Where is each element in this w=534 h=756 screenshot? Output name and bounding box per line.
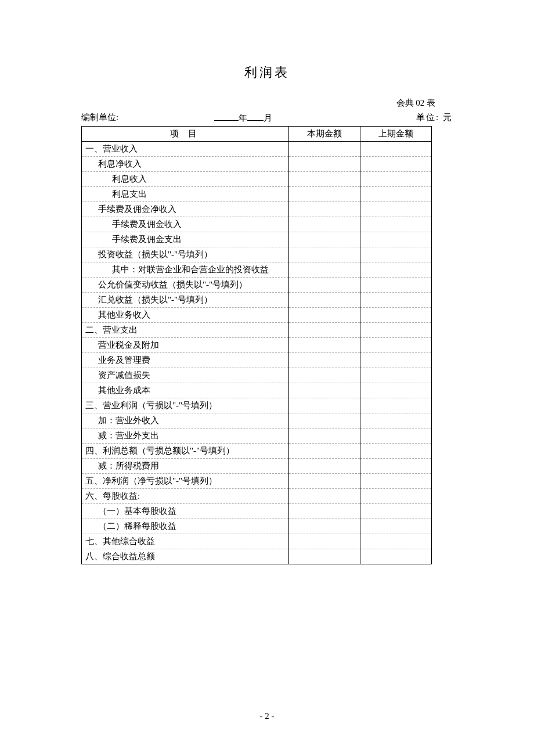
item-cell: （一）基本每股收益 <box>82 504 289 519</box>
prior-amount-cell <box>360 368 432 383</box>
prior-amount-cell <box>360 353 432 368</box>
table-row: 手续费及佣金收入 <box>82 217 432 232</box>
prior-amount-cell <box>360 549 432 564</box>
month-suffix: 月 <box>264 113 272 123</box>
item-cell: 四、利润总额（亏损总额以"-"号填列） <box>82 444 289 459</box>
table-row: 手续费及佣金净收入 <box>82 202 432 217</box>
item-cell: 公允价值变动收益（损失以"-"号填列） <box>82 278 289 293</box>
prior-amount-cell <box>360 172 432 187</box>
prior-amount-cell <box>360 398 432 413</box>
current-amount-cell <box>289 247 360 262</box>
income-statement-table: 项 目 本期金额 上期金额 一、营业收入利息净收入利息收入利息支出手续费及佣金净… <box>81 126 432 564</box>
current-amount-cell <box>289 323 360 338</box>
item-cell: 加：营业外收入 <box>82 413 289 429</box>
current-amount-cell <box>289 519 360 534</box>
table-header-row: 项 目 本期金额 上期金额 <box>82 127 432 142</box>
table-row: 业务及管理费 <box>82 353 432 368</box>
form-code: 会典 02 表 <box>81 98 453 109</box>
item-cell: （二）稀释每股收益 <box>82 519 289 534</box>
org-label: 编制单位: <box>81 112 118 124</box>
table-row: 减：营业外支出 <box>82 429 432 444</box>
item-cell: 手续费及佣金收入 <box>82 217 289 232</box>
item-cell: 利息支出 <box>82 187 289 202</box>
item-cell: 二、营业支出 <box>82 323 289 338</box>
col-current-header: 本期金额 <box>289 127 360 142</box>
current-amount-cell <box>289 504 360 519</box>
prior-amount-cell <box>360 308 432 323</box>
page-title: 利润表 <box>81 64 453 81</box>
table-row: 投资收益（损失以"-"号填列） <box>82 247 432 262</box>
item-cell: 利息净收入 <box>82 157 289 172</box>
year-suffix: 年 <box>239 113 247 123</box>
prior-amount-cell <box>360 157 432 172</box>
table-row: 一、营业收入 <box>82 142 432 157</box>
header-line: 编制单位: 年月 单位: 元 <box>81 112 453 124</box>
page-number: - 2 - <box>0 711 534 721</box>
prior-amount-cell <box>360 489 432 504</box>
current-amount-cell <box>289 398 360 413</box>
prior-amount-cell <box>360 202 432 217</box>
table-row: 八、综合收益总额 <box>82 549 432 564</box>
prior-amount-cell <box>360 323 432 338</box>
current-amount-cell <box>289 262 360 278</box>
item-cell: 利息收入 <box>82 172 289 187</box>
prior-amount-cell <box>360 247 432 262</box>
current-amount-cell <box>289 368 360 383</box>
table-row: 其中：对联营企业和合营企业的投资收益 <box>82 262 432 278</box>
prior-amount-cell <box>360 444 432 459</box>
table-row: 公允价值变动收益（损失以"-"号填列） <box>82 278 432 293</box>
current-amount-cell <box>289 142 360 157</box>
table-row: 五、净利润（净亏损以"-"号填列） <box>82 474 432 489</box>
item-cell: 投资收益（损失以"-"号填列） <box>82 247 289 262</box>
prior-amount-cell <box>360 187 432 202</box>
col-prior-header: 上期金额 <box>360 127 432 142</box>
current-amount-cell <box>289 489 360 504</box>
current-amount-cell <box>289 217 360 232</box>
item-cell: 手续费及佣金净收入 <box>82 202 289 217</box>
table-row: 手续费及佣金支出 <box>82 232 432 247</box>
prior-amount-cell <box>360 413 432 429</box>
table-row: 加：营业外收入 <box>82 413 432 429</box>
current-amount-cell <box>289 549 360 564</box>
current-amount-cell <box>289 459 360 474</box>
table-row: 利息支出 <box>82 187 432 202</box>
table-row: 三、营业利润（亏损以"-"号填列） <box>82 398 432 413</box>
current-amount-cell <box>289 293 360 308</box>
table-row: 营业税金及附加 <box>82 338 432 353</box>
item-cell: 资产减值损失 <box>82 368 289 383</box>
current-amount-cell <box>289 429 360 444</box>
prior-amount-cell <box>360 232 432 247</box>
prior-amount-cell <box>360 293 432 308</box>
current-amount-cell <box>289 383 360 398</box>
prior-amount-cell <box>360 217 432 232</box>
table-row: （二）稀释每股收益 <box>82 519 432 534</box>
current-amount-cell <box>289 232 360 247</box>
item-cell: 一、营业收入 <box>82 142 289 157</box>
prior-amount-cell <box>360 142 432 157</box>
item-cell: 汇兑收益（损失以"-"号填列） <box>82 293 289 308</box>
item-cell: 七、其他综合收益 <box>82 534 289 549</box>
item-cell: 其中：对联营企业和合营企业的投资收益 <box>82 262 289 278</box>
item-cell: 六、每股收益: <box>82 489 289 504</box>
prior-amount-cell <box>360 262 432 278</box>
prior-amount-cell <box>360 278 432 293</box>
item-cell: 业务及管理费 <box>82 353 289 368</box>
item-cell: 手续费及佣金支出 <box>82 232 289 247</box>
item-cell: 八、综合收益总额 <box>82 549 289 564</box>
item-cell: 营业税金及附加 <box>82 338 289 353</box>
current-amount-cell <box>289 308 360 323</box>
current-amount-cell <box>289 278 360 293</box>
table-row: 其他业务成本 <box>82 383 432 398</box>
unit-label: 单位: 元 <box>416 112 453 124</box>
table-row: 利息净收入 <box>82 157 432 172</box>
table-row: （一）基本每股收益 <box>82 504 432 519</box>
table-row: 七、其他综合收益 <box>82 534 432 549</box>
prior-amount-cell <box>360 534 432 549</box>
table-row: 其他业务收入 <box>82 308 432 323</box>
item-cell: 其他业务收入 <box>82 308 289 323</box>
prior-amount-cell <box>360 504 432 519</box>
item-cell: 减：所得税费用 <box>82 459 289 474</box>
current-amount-cell <box>289 338 360 353</box>
table-row: 资产减值损失 <box>82 368 432 383</box>
table-row: 二、营业支出 <box>82 323 432 338</box>
